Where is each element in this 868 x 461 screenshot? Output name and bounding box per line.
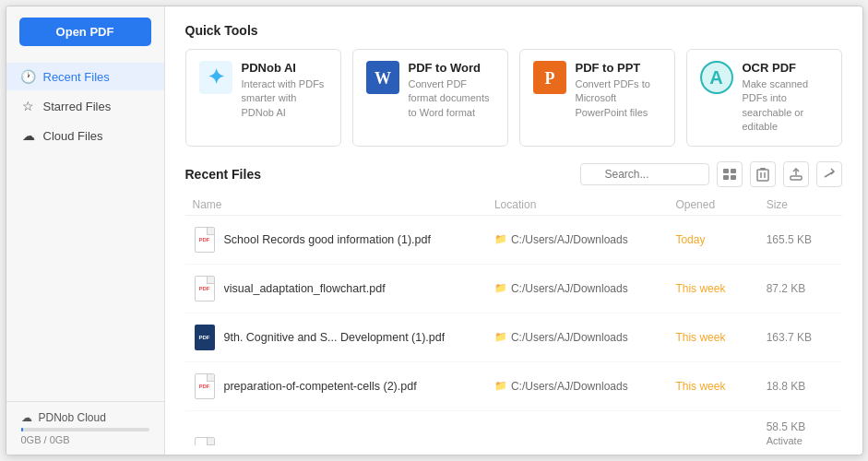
recent-files-header: Recent Files 🔍 xyxy=(185,161,842,187)
file-opened: This week xyxy=(675,380,766,393)
file-name-cell: PDF School Records good information (1).… xyxy=(193,225,494,254)
pdnob-ai-name: PDNob AI xyxy=(242,61,327,75)
cloud-label: ☁ PDNob Cloud xyxy=(21,411,149,424)
table-row[interactable]: PDF preparation-of-competent-cells (2).p… xyxy=(185,362,842,411)
file-size: 163.7 KB xyxy=(767,331,842,344)
file-opened: This week xyxy=(675,282,766,295)
file-location: 📁 C:/Users/AJ/Downloads xyxy=(494,282,675,295)
pdnob-ai-desc: Interact with PDFs smarter with PDNob AI xyxy=(242,77,327,120)
file-location: 📁 C:/Users/AJ/Downloads xyxy=(494,233,675,246)
tool-pdf-to-word[interactable]: W PDF to Word Convert PDF format documen… xyxy=(352,49,508,147)
quick-tools-title: Quick Tools xyxy=(185,23,842,38)
file-name: 01.Teaching Strategies in Biology.pdf xyxy=(224,443,413,445)
svg-rect-11 xyxy=(760,168,766,170)
sidebar-item-label: Recent Files xyxy=(43,70,110,84)
file-icon: PDF xyxy=(193,225,217,254)
upload-button[interactable] xyxy=(783,161,809,187)
file-icon: PDF xyxy=(193,435,217,445)
recent-files-title: Recent Files xyxy=(185,167,261,182)
clock-icon: 🕐 xyxy=(21,69,36,84)
file-size: 58.5 KB Activate Windows Go to Settings … xyxy=(767,420,842,445)
table-row[interactable]: PDF 9th. Cognitive and S... Development … xyxy=(185,313,842,362)
recent-files-toolbar: 🔍 xyxy=(580,161,842,187)
file-name: visual_adaptation_flowchart.pdf xyxy=(224,282,386,295)
file-name-cell: PDF preparation-of-competent-cells (2).p… xyxy=(193,372,494,401)
svg-rect-4 xyxy=(723,169,729,173)
sidebar-item-label: Starred Files xyxy=(43,100,112,113)
col-size: Size xyxy=(767,198,842,211)
file-size: 165.5 KB xyxy=(767,233,842,246)
file-location: 📁 C:/Users/AJ/Downloads xyxy=(494,443,675,445)
main-content: Quick Tools ✦ PDNob AI Interact with PDF… xyxy=(165,6,862,455)
cloud-progress-fill xyxy=(21,428,24,431)
file-opened: This week xyxy=(675,331,766,344)
search-input[interactable] xyxy=(580,163,709,185)
file-opened: Today xyxy=(675,233,766,246)
app-window: Open PDF 🕐 Recent Files ☆ Starred Files … xyxy=(6,6,863,455)
file-location: 📁 C:/Users/AJ/Downloads xyxy=(494,380,675,393)
folder-icon: 📁 xyxy=(494,331,507,343)
sidebar-item-recent-files[interactable]: 🕐 Recent Files xyxy=(6,63,164,90)
table-row[interactable]: PDF visual_adaptation_flowchart.pdf 📁 C:… xyxy=(185,265,842,313)
file-icon: PDF xyxy=(193,274,217,303)
tool-pdnob-ai[interactable]: ✦ PDNob AI Interact with PDFs smarter wi… xyxy=(185,49,341,147)
col-name: Name xyxy=(193,198,494,211)
files-table: Name Location Opened Size PDF School Rec… xyxy=(185,195,842,445)
pdf-to-ppt-desc: Convert PDFs to Microsoft PowerPoint fil… xyxy=(576,77,661,120)
svg-rect-5 xyxy=(731,169,736,173)
quick-tools-section: Quick Tools ✦ PDNob AI Interact with PDF… xyxy=(185,23,842,161)
col-opened: Opened xyxy=(675,198,766,211)
file-name: preparation-of-competent-cells (2).pdf xyxy=(224,380,417,393)
pdnob-cloud-label: PDNob Cloud xyxy=(39,411,106,424)
cloud-progress-bar xyxy=(21,428,149,431)
share-button[interactable] xyxy=(816,161,842,187)
pdf-to-word-info: PDF to Word Convert PDF format documents… xyxy=(409,61,494,120)
pdf-to-word-name: PDF to Word xyxy=(409,61,494,75)
file-name-cell: PDF 01.Teaching Strategies in Biology.pd… xyxy=(193,435,494,445)
pdnob-ai-info: PDNob AI Interact with PDFs smarter with… xyxy=(242,61,327,120)
folder-icon: 📁 xyxy=(494,233,507,245)
sidebar-bottom: ☁ PDNob Cloud 0GB / 0GB xyxy=(6,401,164,455)
sidebar: Open PDF 🕐 Recent Files ☆ Starred Files … xyxy=(6,6,165,455)
svg-text:P: P xyxy=(544,69,554,88)
folder-icon: 📁 xyxy=(494,380,507,392)
file-size: 18.8 KB xyxy=(767,380,842,393)
file-name: 9th. Cognitive and S... Development (1).… xyxy=(224,331,446,344)
file-location: 📁 C:/Users/AJ/Downloads xyxy=(494,331,675,344)
ocr-pdf-name: OCR PDF xyxy=(743,61,828,75)
activate-windows-text: Activate Windows xyxy=(767,435,842,445)
tool-ocr-pdf[interactable]: A OCR PDF Make scanned PDFs into searcha… xyxy=(686,49,842,147)
view-toggle-button[interactable] xyxy=(717,161,743,187)
pdnob-ai-icon: ✦ xyxy=(199,61,232,94)
table-row[interactable]: PDF School Records good information (1).… xyxy=(185,216,842,265)
table-row[interactable]: PDF 01.Teaching Strategies in Biology.pd… xyxy=(185,411,842,445)
delete-button[interactable] xyxy=(750,161,776,187)
open-pdf-button[interactable]: Open PDF xyxy=(19,18,151,46)
file-icon: PDF xyxy=(193,372,217,401)
file-name: School Records good information (1).pdf xyxy=(224,233,431,246)
file-name-cell: PDF 9th. Cognitive and S... Development … xyxy=(193,323,494,352)
sidebar-item-cloud-files[interactable]: ☁ Cloud Files xyxy=(6,122,164,149)
cloud-icon: ☁ xyxy=(21,128,36,143)
search-wrapper: 🔍 xyxy=(580,163,709,185)
file-size: 87.2 KB xyxy=(767,282,842,295)
svg-rect-8 xyxy=(757,170,768,181)
col-location: Location xyxy=(494,198,675,211)
tool-pdf-to-ppt[interactable]: P PDF to PPT Convert PDFs to Microsoft P… xyxy=(519,49,675,147)
cloud-icon-sm: ☁ xyxy=(21,411,32,424)
pdf-to-ppt-info: PDF to PPT Convert PDFs to Microsoft Pow… xyxy=(576,61,661,120)
file-name-cell: PDF visual_adaptation_flowchart.pdf xyxy=(193,274,494,303)
recent-files-section: Recent Files 🔍 xyxy=(185,161,842,445)
star-icon: ☆ xyxy=(21,99,36,113)
pdf-to-word-desc: Convert PDF format documents to Word for… xyxy=(409,77,494,120)
svg-rect-7 xyxy=(731,175,736,180)
svg-rect-12 xyxy=(791,176,802,180)
pdf-to-ppt-icon: P xyxy=(533,61,566,94)
ocr-pdf-info: OCR PDF Make scanned PDFs into searchabl… xyxy=(743,61,828,135)
quick-tools-grid: ✦ PDNob AI Interact with PDFs smarter wi… xyxy=(185,49,842,147)
folder-icon: 📁 xyxy=(494,443,507,445)
file-icon: PDF xyxy=(193,323,217,352)
pdf-to-ppt-name: PDF to PPT xyxy=(576,61,661,75)
table-header: Name Location Opened Size xyxy=(185,195,842,216)
sidebar-item-starred-files[interactable]: ☆ Starred Files xyxy=(6,92,164,120)
